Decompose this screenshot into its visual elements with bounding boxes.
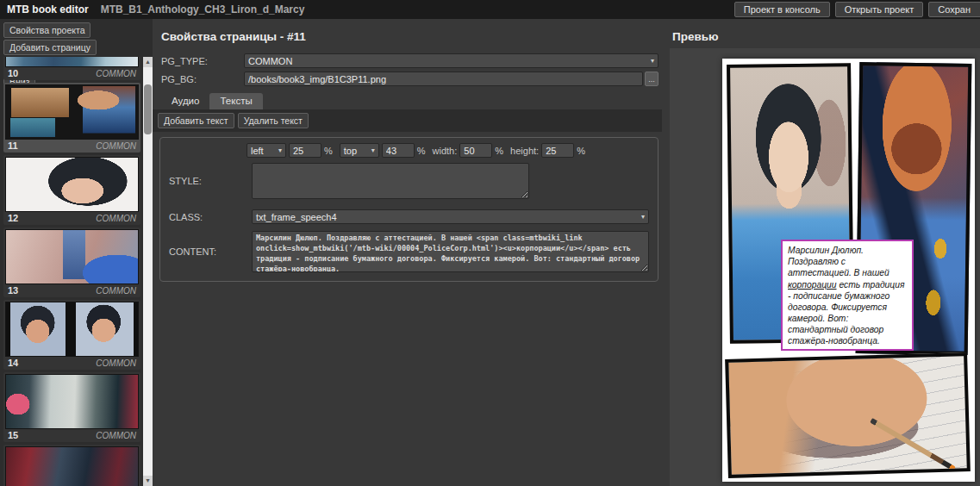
class-value: txt_frame_speech4 (256, 212, 337, 222)
page-thumbnail-label: 10 COMMON (5, 67, 139, 79)
page-properties-panel: Свойства страницы - #11 PG_TYPE: COMMON … (153, 19, 664, 486)
scroll-down-icon[interactable]: ▼ (143, 476, 153, 486)
project-name: MTB_B1_Anthology_CH3_Liron_d_Marcy (101, 3, 305, 16)
height-label: height: (510, 146, 539, 156)
chevron-down-icon: ▾ (371, 146, 375, 154)
h-anchor-select[interactable]: left ▾ (247, 143, 286, 158)
page-thumbnail-label: 14 COMMON (5, 357, 139, 369)
percent-sign: % (495, 146, 503, 156)
class-label: CLASS: (169, 212, 252, 222)
chevron-down-icon: ▾ (641, 213, 645, 221)
pg-type-value: COMMON (248, 56, 292, 66)
page-thumbnail-image[interactable] (5, 302, 139, 357)
chevron-down-icon: ▾ (278, 146, 282, 154)
page-type-label: COMMON (96, 286, 136, 296)
h-anchor-value: left (251, 146, 264, 156)
chevron-down-icon: ▾ (651, 57, 654, 65)
text-toolbar: Добавить текст Удалить текст (153, 109, 662, 132)
scroll-up-icon[interactable]: ▲ (143, 57, 153, 67)
style-textarea[interactable] (252, 163, 529, 199)
style-row: STYLE: (160, 161, 654, 201)
h-value-input[interactable] (289, 143, 321, 158)
v-anchor-select[interactable]: top ▾ (340, 143, 379, 158)
pg-type-label: PG_TYPE: (161, 56, 244, 66)
v-anchor-value: top (344, 146, 357, 156)
top-bar: MTB book editor MTB_B1_Anthology_CH3_Lir… (0, 0, 980, 19)
pg-bg-input[interactable] (244, 72, 643, 86)
add-text-button[interactable]: Добавить текст (158, 113, 234, 128)
speech-bubble: Марсилин Дюлюп. Поздравляю с аттестацией… (781, 240, 914, 351)
speech-text-after: есть традиция - подписание бумажного дог… (788, 280, 904, 346)
tab-audio[interactable]: Аудио (161, 93, 209, 109)
page-thumbnail-item[interactable]: 11 COMMON (3, 83, 140, 153)
delete-text-button[interactable]: Удалить текст (238, 113, 309, 128)
percent-sign: % (577, 146, 585, 156)
content-textarea[interactable]: Марсилин Дюлюп. Поздравляю с аттестацией… (252, 231, 649, 272)
app-title: MTB book editor (7, 3, 89, 16)
pg-type-select[interactable]: COMMON ▾ (244, 53, 659, 68)
comic-panel-hand-signing (725, 352, 971, 478)
content-label: CONTENT: (169, 231, 252, 272)
page-thumbnail-label: 12 COMMON (5, 212, 139, 224)
preview-canvas: Марсилин Дюлюп. Поздравляю с аттестацией… (670, 48, 980, 486)
percent-sign: % (324, 146, 333, 156)
text-block-form: left ▾ % top ▾ % width: % height: % STYL… (159, 137, 659, 282)
page-number: 12 (8, 213, 18, 223)
page-thumbnail-image[interactable] (5, 229, 139, 284)
class-row: CLASS: txt_frame_speech4 ▾ (160, 208, 654, 226)
page-thumbnail-image[interactable] (5, 446, 139, 486)
add-page-button[interactable]: Добавить страницу (3, 40, 97, 55)
content-row: CONTENT: Марсилин Дюлюп. Поздравляю с ат… (160, 229, 654, 274)
scrollbar-thumb[interactable] (144, 84, 152, 134)
tab-texts[interactable]: Тексты (209, 93, 262, 109)
height-input[interactable] (541, 143, 574, 158)
open-project-button[interactable]: Открыть проект (835, 2, 924, 17)
page-thumbnail-item[interactable]: 13 COMMON (3, 227, 140, 297)
page-number: 13 (8, 285, 18, 296)
page-thumbnail-image[interactable] (5, 84, 139, 140)
browse-file-button[interactable]: ... (645, 72, 659, 86)
page-thumbnail-image[interactable] (5, 57, 139, 67)
page-number: 15 (8, 430, 18, 440)
page-thumbnail-item[interactable]: 12 COMMON (3, 155, 140, 225)
page-thumbnail-image[interactable] (5, 374, 139, 429)
page-type-label: COMMON (96, 69, 136, 78)
page-thumbnail-label: 13 COMMON (5, 284, 139, 296)
pg-bg-row: PG_BG: ... (153, 70, 664, 88)
save-project-button[interactable]: Сохран (928, 2, 980, 17)
page-thumbnail-image[interactable] (5, 157, 139, 212)
pencil-graphic (870, 418, 956, 471)
editor-tabs: Аудио Тексты (161, 93, 664, 109)
v-value-input[interactable] (382, 143, 415, 158)
width-input[interactable] (459, 143, 492, 158)
preview-panel: Превью Марсилин Дюлюп. Поздравляю с атте… (664, 19, 980, 486)
project-properties-button[interactable]: Свойства проекта (3, 22, 91, 38)
page-number: 14 (8, 358, 18, 368)
percent-sign: % (417, 146, 426, 156)
page-thumbnail-item[interactable]: 15 COMMON (3, 372, 140, 442)
page-type-label: COMMON (96, 431, 136, 440)
speech-text-before: Марсилин Дюлюп. Поздравляю с аттестацией… (788, 246, 889, 277)
position-row: left ▾ % top ▾ % width: % height: % (247, 143, 654, 158)
preview-title: Превью (664, 19, 980, 50)
project-to-console-button[interactable]: Проект в консоль (734, 2, 830, 17)
style-label: STYLE: (169, 163, 252, 199)
class-select[interactable]: txt_frame_speech4 ▾ (252, 209, 649, 224)
wiki-link[interactable]: корпорации (788, 280, 837, 290)
page-thumbnail-item[interactable]: 14 COMMON (3, 300, 140, 370)
page-title: Свойства страницы - #11 (153, 19, 664, 52)
pg-bg-label: PG_BG: (161, 74, 244, 84)
page-list[interactable]: 10 COMMON 11 COMMON 12 COMMON 13 COMMON … (0, 57, 143, 486)
page-number: 11 (8, 140, 18, 151)
page-type-label: COMMON (96, 214, 136, 223)
page-number: 10 (8, 68, 18, 78)
page-thumbnail-label: 11 COMMON (5, 140, 139, 152)
page-thumbnail-label: 15 COMMON (5, 429, 139, 441)
sidebar-scrollbar[interactable]: ▲ ▼ (143, 57, 153, 486)
page-thumbnail-item[interactable]: 10 COMMON (3, 57, 140, 80)
page-type-label: COMMON (96, 358, 136, 368)
sidebar: Свойства проекта Добавить страницу Удали… (0, 19, 153, 486)
page-thumbnail-item[interactable]: 16 COMMON (3, 445, 140, 486)
comic-page: Марсилин Дюлюп. Поздравляю с аттестацией… (722, 59, 975, 482)
page-type-label: COMMON (96, 141, 136, 151)
